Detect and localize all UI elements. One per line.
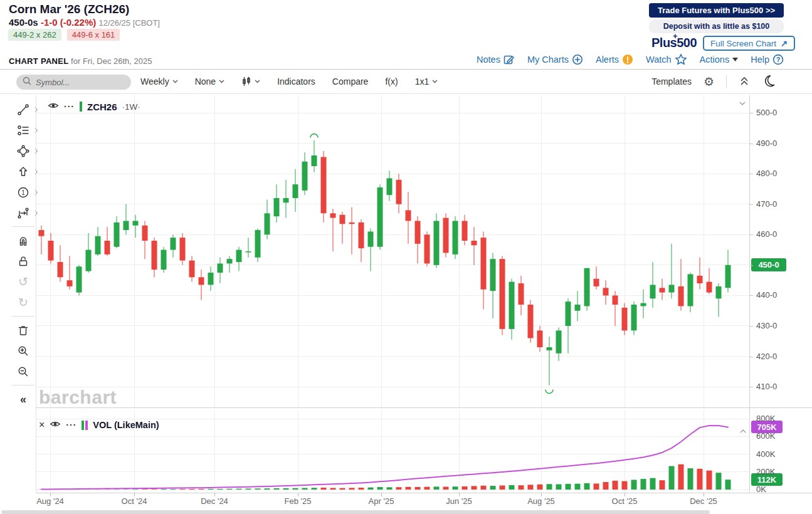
horizontal-scrollbar[interactable] (1, 510, 710, 514)
redo-tool[interactable]: ↻ (14, 295, 33, 310)
volume-legend-color-bars (82, 421, 88, 430)
zoom-in-tool[interactable] (14, 344, 33, 359)
bid-ask-row: 449-2 x 262 449-6 x 161 (8, 29, 120, 41)
xaxis-separator (36, 493, 812, 493)
price-panel-collapse-icon[interactable] (739, 101, 746, 106)
full-screen-chart-button[interactable]: Full Screen Chart ↗ (703, 36, 795, 51)
nav-link-alerts[interactable]: Alerts (596, 54, 633, 65)
price-axis-label: 410-0 (756, 382, 777, 391)
unlock-tool[interactable] (14, 254, 33, 269)
panel-separator (36, 407, 812, 408)
notes-edit-icon (504, 54, 515, 65)
price-axis-label: 480-0 (756, 169, 777, 178)
templates-button[interactable]: Templates (651, 76, 692, 87)
magnet-tool[interactable] (14, 233, 33, 248)
toolbar-none[interactable]: None (195, 76, 224, 87)
alert-icon (622, 54, 633, 65)
tools-divider (12, 226, 34, 227)
bid-chip: 449-2 x 262 (8, 29, 61, 41)
nav-link-help[interactable]: Help? (751, 54, 784, 65)
quote-line: 450-0s -1-0 (-0.22%) 12/26/25 [CBOT] (9, 17, 160, 28)
drawing-tools-sidebar: ❯❯❯❯1❯❯↺↻« (11, 99, 35, 409)
nav-link-label: Notes (477, 55, 500, 65)
toolbar-indicators[interactable]: Indicators (277, 76, 315, 87)
trend-line-tool[interactable]: ❯ (14, 102, 33, 117)
chevron-down-icon (219, 80, 224, 83)
volume-panel-collapse-icon[interactable] (739, 429, 747, 434)
nav-link-label: Watch (646, 55, 672, 65)
plus500-logo-plus: + (673, 31, 677, 41)
settings-gear-icon[interactable]: ⚙ (704, 76, 714, 88)
volume-legend-name: VOL (LikeMain) (93, 420, 159, 430)
price-change-text: -1-0 (-0.22%) (41, 17, 96, 28)
dark-mode-moon-icon[interactable] (762, 74, 776, 90)
collapse-toolbar-icon[interactable] (739, 76, 750, 88)
delete-tool[interactable] (14, 323, 33, 338)
date-axis-label: Dec '24 (201, 496, 228, 506)
date-axis-label: Aug '24 (36, 496, 64, 506)
price-axis-tick (750, 144, 753, 144)
nav-link-watch[interactable]: Watch (646, 53, 687, 65)
legend-menu-dots[interactable]: ··· (64, 102, 75, 112)
fibonacci-tool[interactable]: ❯ (14, 123, 33, 138)
chart-toolbar: WeeklyNoneIndicatorsComparef(x)1x1 Templ… (0, 70, 812, 94)
annotation-number-tool[interactable]: 1❯ (14, 185, 33, 200)
price-axis-tick (750, 204, 753, 205)
volume-axis-label: 200K (756, 467, 775, 476)
volume-menu-dots[interactable]: ··· (66, 420, 76, 430)
price-axis-tick (750, 113, 753, 113)
chevron-down-icon (432, 80, 438, 83)
zoom-out-tool[interactable] (14, 364, 33, 379)
legend-interval: ·1W· (122, 102, 140, 112)
toolbar-f-x-[interactable]: f(x) (385, 76, 398, 87)
toolbar-weekly[interactable]: Weekly (140, 76, 178, 87)
price-axis-tick (750, 265, 753, 266)
toolbar-chart-type[interactable] (241, 76, 260, 87)
price-chart-canvas[interactable] (36, 95, 749, 407)
toolbar-item-label: None (195, 76, 216, 87)
candlestick-icon (241, 76, 251, 87)
toolbar-item-label: f(x) (385, 76, 398, 87)
undo-tool[interactable]: ↺ (14, 275, 33, 290)
symbol-search-input[interactable] (36, 78, 125, 87)
legend-symbol: ZCH26 (87, 102, 117, 112)
volume-eye-icon[interactable] (50, 419, 61, 431)
nav-link-actions[interactable]: Actions (700, 55, 739, 65)
measure-tool[interactable]: ❯ (14, 206, 33, 221)
plus-circle-icon (572, 54, 583, 65)
last-price-text: 450-0s (9, 17, 38, 28)
svg-text:1: 1 (21, 189, 25, 196)
date-axis-label: Oct '24 (122, 496, 147, 506)
price-axis-label: 430-0 (756, 321, 777, 330)
nav-link-my-charts[interactable]: My Charts (527, 54, 583, 65)
nav-link-label: Alerts (596, 55, 619, 65)
nav-link-notes[interactable]: Notes (477, 54, 515, 65)
visibility-eye-icon[interactable] (48, 101, 59, 112)
date-axis-label: Apr '25 (369, 496, 394, 506)
price-axis-tick (750, 174, 753, 174)
trade-futures-button[interactable]: Trade Futures with Plus500 >> (649, 3, 784, 18)
chart-panel-heading: CHART PANEL for Fri, Dec 26th, 2025 (9, 56, 152, 66)
toolbar-compare[interactable]: Compare (332, 76, 369, 87)
volume-axis-label: 800K (756, 414, 775, 423)
volume-close-icon[interactable]: × (39, 420, 45, 430)
toolbar-1x1[interactable]: 1x1 (415, 76, 438, 87)
arrow-marker-tool[interactable]: ❯ (14, 164, 33, 179)
nav-link-label: My Charts (527, 55, 569, 65)
symbol-search[interactable] (16, 75, 131, 90)
toolbar-divider (726, 75, 727, 88)
shapes-tool[interactable]: ❯ (14, 144, 33, 159)
chart-page: Corn Mar '26 (ZCH26) 450-0s -1-0 (-0.22%… (0, 0, 812, 514)
nav-link-label: Actions (700, 55, 730, 65)
search-icon (22, 76, 32, 88)
help-icon: ? (772, 54, 784, 65)
price-axis-label: 500-0 (756, 108, 777, 117)
price-axis-label: 460-0 (756, 229, 777, 239)
price-axis-label: 420-0 (756, 352, 777, 361)
date-axis-label: Oct '25 (612, 496, 638, 506)
volume-legend: × ··· VOL (LikeMain) (39, 419, 159, 431)
candles-group (39, 140, 731, 386)
toolbar-item-label: 1x1 (415, 76, 430, 87)
svg-text:?: ? (776, 56, 781, 63)
collapse-sidebar-tool[interactable]: « (14, 392, 33, 407)
